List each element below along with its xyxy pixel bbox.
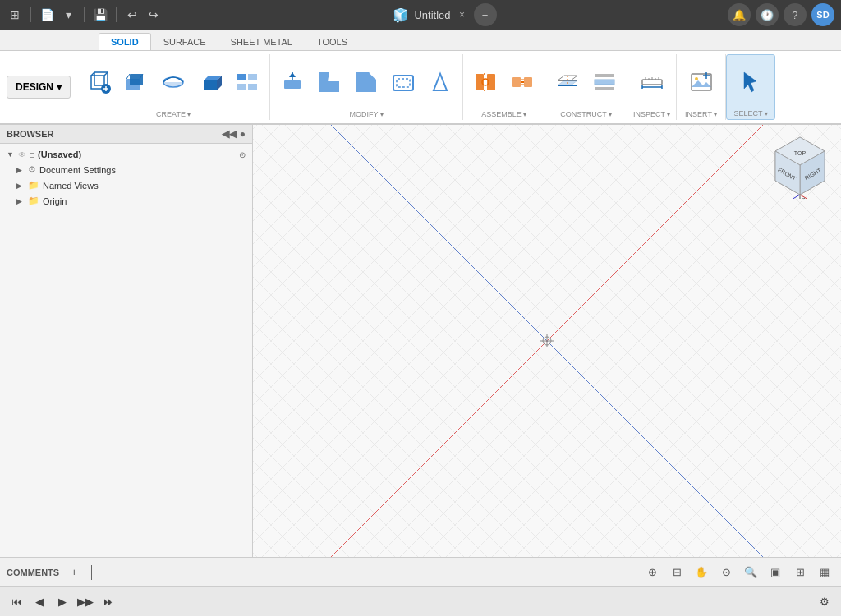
viewcube[interactable]: TOP RIGHT FRONT Z [767,133,833,199]
svg-line-71 [790,195,800,199]
save-icon[interactable]: 💾 [92,7,108,23]
comments-add-btn[interactable]: + [64,563,84,582]
tool-shell[interactable] [386,67,420,98]
more-actions-icon[interactable]: ⊙ [239,150,246,159]
display-icon[interactable]: ▣ [765,563,785,582]
svg-marker-29 [434,74,447,90]
status-sep [91,565,92,580]
browser-header-right: ◀◀ ● [222,128,246,140]
help-icon[interactable]: ? [784,3,807,26]
construct-label: CONSTRUCT ▾ [560,110,612,118]
zoom-icon[interactable]: 🔍 [741,563,761,582]
named-views-label: Named Views [43,181,99,191]
settings-icon[interactable]: ⚙ [815,592,834,612]
timeline-play-btn[interactable]: ▶ [53,592,72,612]
browser-item-root[interactable]: ▼ 👁 □ (Unsaved) ⊙ [0,147,252,162]
tab-solid[interactable]: SOLID [99,33,151,50]
timeline-prev-btn[interactable]: ◀ [30,592,49,612]
tool-box[interactable] [193,67,227,98]
notification-icon[interactable]: 🔔 [728,3,751,26]
grid-icon[interactable]: ⊞ [790,563,810,582]
timeline-end-btn[interactable]: ⏭ [99,592,118,612]
browser-panel: BROWSER ◀◀ ● ▼ 👁 □ (Unsaved) ⊙ ▶ ⚙ Docum [0,125,253,557]
dropdown-arrow[interactable]: ▾ [60,7,76,23]
measure-icon [639,69,665,95]
titlebar-right: 🔔 🕐 ? SD [728,3,834,26]
timeline: ⏮ ◀ ▶ ▶▶ ⏭ ⚙ [0,586,841,616]
tool-press-pull[interactable] [275,67,310,98]
timeline-start-btn[interactable]: ⏮ [7,592,26,612]
ribbon-tabs: SOLID SURFACE SHEET METAL TOOLS [0,30,841,51]
close-button[interactable]: × [456,8,469,21]
undo-icon[interactable]: ↩ [124,7,140,23]
tool-chamfer[interactable] [349,67,384,98]
press-pull-icon [279,69,306,95]
rigid-group-icon [509,69,535,95]
svg-marker-60 [744,72,756,92]
titlebar-left: ⊞ 📄 ▾ 💾 ↩ ↪ [7,7,162,23]
file-icon[interactable]: 📄 [39,7,55,23]
modify-label: MODIFY ▾ [350,110,384,118]
browser-item-origin[interactable]: ▶ 📁 Origin [0,193,252,209]
sep2 [84,7,85,22]
tool-new-component[interactable] [82,67,117,98]
tool-rigid-group[interactable] [505,67,540,98]
clock-icon[interactable]: 🕐 [756,3,779,26]
apps-icon[interactable]: ⊞ [7,7,23,23]
ribbon-section-select: SELECT ▾ [726,54,775,120]
ribbon: DESIGN ▾ [0,51,841,125]
browser-expand-btn[interactable]: ● [240,128,246,140]
browser-item-named-views[interactable]: ▶ 📁 Named Views [0,177,252,193]
tool-extrude[interactable] [119,67,154,98]
new-tab-button[interactable]: + [474,3,497,26]
root-actions: ⊙ [239,150,246,159]
timeline-next-btn[interactable]: ▶▶ [76,592,95,612]
folder-icon-origin: 📁 [28,195,39,206]
tab-surface[interactable]: SURFACE [151,33,218,50]
ribbon-section-create: CREATE ▾ [77,54,270,120]
svg-rect-45 [595,80,614,85]
tool-draft[interactable] [423,67,457,98]
tab-tools[interactable]: TOOLS [305,33,360,50]
window-title: Untitled [414,9,450,21]
design-dropdown[interactable]: DESIGN ▾ [7,76,71,99]
tool-insert-image[interactable] [684,67,719,98]
grid2-icon[interactable]: ▦ [815,563,834,582]
tool-joint[interactable] [468,67,503,98]
browser-collapse-btn[interactable]: ◀◀ [222,128,237,140]
gear-icon: ⚙ [28,164,36,175]
svg-marker-57 [692,80,711,87]
pan-icon[interactable]: ✋ [692,563,711,582]
insert-tools [684,56,719,108]
visibility-icon: 👁 [18,150,26,159]
tool-offset-plane[interactable] [550,67,585,98]
redo-icon[interactable]: ↪ [145,7,162,23]
insert-image-icon [688,69,715,95]
layout-icon[interactable]: ⊟ [667,563,687,582]
user-avatar[interactable]: SD [811,3,834,26]
viewport[interactable]: TOP RIGHT FRONT Z [253,125,841,557]
tool-midplane[interactable] [587,67,622,98]
comments-label: COMMENTS [7,568,59,577]
insert-label: INSERT ▾ [685,110,717,118]
file-title-icon: 🧊 [393,7,409,23]
tool-revolve[interactable] [156,67,191,98]
inspect-label: INSPECT ▾ [633,110,670,118]
titlebar: ⊞ 📄 ▾ 💾 ↩ ↪ 🧊 Untitled × + 🔔 🕐 ? SD [0,0,841,30]
tool-select[interactable] [733,67,768,98]
midplane-icon [591,69,618,95]
select-label: SELECT ▾ [734,109,768,117]
svg-rect-9 [130,74,143,85]
construct-tools [550,56,622,108]
create-arrow: ▾ [187,111,191,118]
browser-item-doc-settings[interactable]: ▶ ⚙ Document Settings [0,162,252,177]
origin-label: Origin [43,196,67,206]
tool-measure[interactable] [635,67,669,98]
tab-sheet-metal[interactable]: SHEET METAL [218,33,305,50]
tool-fillet[interactable] [312,67,347,98]
tool-more[interactable] [230,67,264,98]
orbit-icon[interactable]: ⊙ [716,563,736,582]
snap-icon[interactable]: ⊕ [642,563,662,582]
assemble-label: ASSEMBLE ▾ [481,110,526,118]
svg-rect-20 [284,80,301,89]
